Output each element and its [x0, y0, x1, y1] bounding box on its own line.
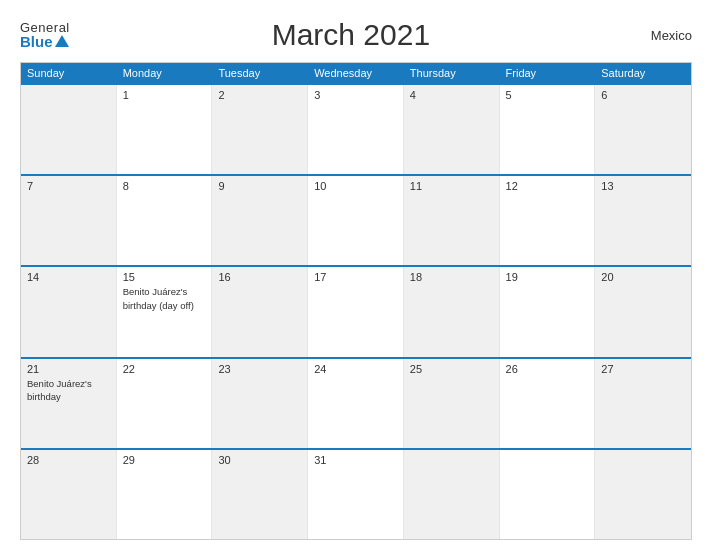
- day-cell: 23: [212, 359, 308, 448]
- day-number: 31: [314, 454, 397, 466]
- day-number: 13: [601, 180, 685, 192]
- day-cell: 24: [308, 359, 404, 448]
- day-cell: 7: [21, 176, 117, 265]
- week-row: 78910111213: [21, 174, 691, 265]
- day-number: 20: [601, 271, 685, 283]
- weeks: 123456789101112131415Benito Juárez's bir…: [21, 83, 691, 539]
- day-headers: SundayMondayTuesdayWednesdayThursdayFrid…: [21, 63, 691, 83]
- day-cell: [404, 450, 500, 539]
- week-row: 21Benito Juárez's birthday222324252627: [21, 357, 691, 448]
- day-cell: 6: [595, 85, 691, 174]
- day-number: 7: [27, 180, 110, 192]
- day-header: Monday: [117, 63, 213, 83]
- day-cell: 16: [212, 267, 308, 356]
- day-cell: 29: [117, 450, 213, 539]
- logo-triangle-icon: [55, 35, 69, 47]
- day-number: 6: [601, 89, 685, 101]
- day-number: 8: [123, 180, 206, 192]
- day-cell: [595, 450, 691, 539]
- day-cell: 8: [117, 176, 213, 265]
- day-cell: 25: [404, 359, 500, 448]
- day-cell: 10: [308, 176, 404, 265]
- day-cell: 31: [308, 450, 404, 539]
- logo: General Blue: [20, 21, 70, 49]
- day-cell: 18: [404, 267, 500, 356]
- day-header: Wednesday: [308, 63, 404, 83]
- day-number: 26: [506, 363, 589, 375]
- day-cell: [500, 450, 596, 539]
- day-number: 24: [314, 363, 397, 375]
- day-header: Friday: [500, 63, 596, 83]
- day-cell: 2: [212, 85, 308, 174]
- day-cell: 19: [500, 267, 596, 356]
- event-label: Benito Juárez's birthday: [27, 378, 92, 402]
- day-number: 4: [410, 89, 493, 101]
- day-cell: 17: [308, 267, 404, 356]
- day-cell: 30: [212, 450, 308, 539]
- day-cell: 11: [404, 176, 500, 265]
- day-cell: 9: [212, 176, 308, 265]
- day-number: 5: [506, 89, 589, 101]
- day-cell: 13: [595, 176, 691, 265]
- day-cell: [21, 85, 117, 174]
- day-number: 22: [123, 363, 206, 375]
- day-number: 28: [27, 454, 110, 466]
- week-row: 1415Benito Juárez's birthday (day off)16…: [21, 265, 691, 356]
- day-header: Saturday: [595, 63, 691, 83]
- day-cell: 27: [595, 359, 691, 448]
- week-row: 123456: [21, 83, 691, 174]
- day-number: 27: [601, 363, 685, 375]
- day-header: Sunday: [21, 63, 117, 83]
- calendar-title: March 2021: [70, 18, 632, 52]
- day-number: 3: [314, 89, 397, 101]
- day-number: 23: [218, 363, 301, 375]
- day-number: 12: [506, 180, 589, 192]
- day-cell: 28: [21, 450, 117, 539]
- day-number: 15: [123, 271, 206, 283]
- day-number: 11: [410, 180, 493, 192]
- day-number: 17: [314, 271, 397, 283]
- day-header: Tuesday: [212, 63, 308, 83]
- day-number: 19: [506, 271, 589, 283]
- day-number: 9: [218, 180, 301, 192]
- day-number: 21: [27, 363, 110, 375]
- day-number: 25: [410, 363, 493, 375]
- week-row: 28293031: [21, 448, 691, 539]
- day-cell: 14: [21, 267, 117, 356]
- day-cell: 5: [500, 85, 596, 174]
- day-cell: 3: [308, 85, 404, 174]
- day-number: 16: [218, 271, 301, 283]
- day-cell: 21Benito Juárez's birthday: [21, 359, 117, 448]
- day-number: 14: [27, 271, 110, 283]
- day-cell: 22: [117, 359, 213, 448]
- day-cell: 1: [117, 85, 213, 174]
- calendar: SundayMondayTuesdayWednesdayThursdayFrid…: [20, 62, 692, 540]
- day-cell: 12: [500, 176, 596, 265]
- event-label: Benito Juárez's birthday (day off): [123, 286, 194, 310]
- day-number: 1: [123, 89, 206, 101]
- day-number: 18: [410, 271, 493, 283]
- day-header: Thursday: [404, 63, 500, 83]
- day-cell: 15Benito Juárez's birthday (day off): [117, 267, 213, 356]
- day-number: 30: [218, 454, 301, 466]
- day-cell: 4: [404, 85, 500, 174]
- day-cell: 20: [595, 267, 691, 356]
- logo-blue-text: Blue: [20, 34, 70, 49]
- day-number: 10: [314, 180, 397, 192]
- day-cell: 26: [500, 359, 596, 448]
- day-number: 29: [123, 454, 206, 466]
- day-number: 2: [218, 89, 301, 101]
- country-label: Mexico: [632, 28, 692, 43]
